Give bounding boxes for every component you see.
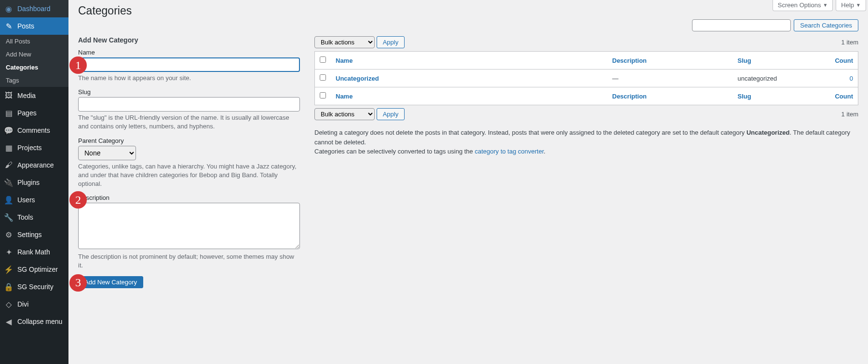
category-to-tag-converter-link[interactable]: category to tag converter [475,148,543,155]
bulk-actions-bottom: Bulk actions Apply [314,108,405,120]
sidebar-item-divi[interactable]: ◇ Divi [0,295,68,313]
callout-badge-1: 1 [69,56,87,74]
sidebar-label: Divi [17,300,28,308]
col-slug-top[interactable]: Slug [738,57,751,64]
sidebar-item-comments[interactable]: 💬 Comments [0,122,68,139]
sidebar-item-plugins[interactable]: 🔌 Plugins [0,174,68,191]
sidebar-item-collapse[interactable]: ◀ Collapse menu [0,313,68,330]
search-input[interactable] [692,19,791,31]
rank-math-icon: ✦ [4,247,14,257]
add-category-form: Add New Category 1 Name The name is how … [78,36,300,288]
sidebar-item-tools[interactable]: 🔧 Tools [0,209,68,226]
appearance-icon: 🖌 [4,160,14,170]
sidebar-item-rank-math[interactable]: ✦ Rank Math [0,243,68,261]
plugins-icon: 🔌 [4,178,14,187]
collapse-icon: ◀ [4,317,14,326]
sidebar-item-projects[interactable]: ▦ Projects [0,139,68,156]
apply-button-bottom[interactable]: Apply [377,108,405,120]
submenu-tags[interactable]: Tags [0,74,68,87]
category-description-cell: — [608,70,733,87]
sg-optimizer-icon: ⚡ [4,265,14,274]
comments-icon: 💬 [4,126,14,135]
field-slug: Slug The "slug" is the URL-friendly vers… [78,88,300,131]
users-icon: 👤 [4,195,14,205]
name-input[interactable] [78,57,300,72]
col-description-bottom[interactable]: Description [612,93,647,100]
slug-label: Slug [78,88,300,96]
sidebar-label: Settings [17,231,42,238]
select-all-top[interactable] [320,56,326,63]
col-name-top[interactable]: Name [336,57,353,64]
posts-submenu: All Posts Add New Categories Tags [0,35,68,87]
col-name-bottom[interactable]: Name [336,93,353,100]
bulk-actions-select-bottom[interactable]: Bulk actions [314,108,375,120]
sidebar-label: Comments [17,126,50,134]
screen-meta-links: Screen Options ▼ Help ▼ [773,0,866,11]
col-slug-bottom[interactable]: Slug [738,93,751,100]
form-heading: Add New Category [78,36,300,44]
row-checkbox[interactable] [320,74,326,81]
sidebar-item-settings[interactable]: ⚙ Settings [0,226,68,243]
select-all-bottom[interactable] [320,92,326,98]
sidebar-item-users[interactable]: 👤 Users [0,191,68,209]
screen-options-label: Screen Options [778,1,821,9]
pin-icon: ✎ [4,21,14,31]
col-count-top[interactable]: Count [835,57,853,64]
col-description-top[interactable]: Description [612,57,647,64]
category-list-panel: Bulk actions Apply 1 item Name Descripti… [314,36,858,288]
callout-badge-3: 3 [69,274,87,292]
description-label: Description [78,194,300,201]
category-count-link[interactable]: 0 [850,75,853,82]
slug-input[interactable] [78,97,300,112]
screen-options-button[interactable]: Screen Options ▼ [773,0,833,11]
description-textarea[interactable] [78,203,300,249]
help-button[interactable]: Help ▼ [836,0,866,11]
description-help: The description is not prominent by defa… [78,252,300,270]
sidebar-item-appearance[interactable]: 🖌 Appearance [0,156,68,174]
note-default-cat: Uncategorized [746,129,790,136]
chevron-down-icon: ▼ [856,2,861,8]
submenu-categories[interactable]: Categories [0,61,68,74]
sidebar-label: Pages [17,109,37,117]
dashboard-icon: ◉ [4,4,14,14]
sidebar-item-sg-optimizer[interactable]: ⚡ SG Optimizer [0,261,68,278]
col-count-bottom[interactable]: Count [835,93,853,100]
submenu-add-new[interactable]: Add New [0,48,68,61]
note-text: Deleting a category does not delete the … [314,129,746,136]
parent-label: Parent Category [78,137,300,144]
categories-table: Name Description Slug Count Uncategorize… [314,51,858,105]
category-slug-cell: uncategorized [733,70,829,87]
sidebar-label: Collapse menu [17,318,62,325]
sidebar-label: Projects [17,144,42,152]
sidebar-item-dashboard[interactable]: ◉ Dashboard [0,0,68,17]
help-label: Help [841,1,854,9]
sidebar-label: Posts [17,22,34,30]
field-parent: Parent Category None Categories, unlike … [78,137,300,189]
sidebar-item-pages[interactable]: ▤ Pages [0,104,68,122]
bulk-actions-select-top[interactable]: Bulk actions [314,36,375,48]
delete-note: Deleting a category does not delete the … [314,128,858,156]
submenu-all-posts[interactable]: All Posts [0,35,68,48]
tablenav-top: Bulk actions Apply 1 item [314,36,858,48]
chevron-down-icon: ▼ [823,2,827,8]
parent-select[interactable]: None [78,146,136,160]
sidebar-label: Users [17,196,35,204]
bulk-actions-top: Bulk actions Apply [314,36,405,48]
add-new-category-button[interactable]: Add New Category [78,276,143,288]
sidebar-label: Plugins [17,179,40,186]
search-categories-button[interactable]: Search Categories [794,19,858,31]
projects-icon: ▦ [4,143,14,153]
page-icon: ▤ [4,108,14,118]
sidebar-item-posts[interactable]: ✎ Posts [0,17,68,35]
sidebar-label: Rank Math [17,248,50,256]
admin-sidebar: ◉ Dashboard ✎ Posts All Posts Add New Ca… [0,0,68,364]
category-name-link[interactable]: Uncategorized [336,75,379,82]
sidebar-item-sg-security[interactable]: 🔒 SG Security [0,278,68,295]
table-row: Uncategorized — uncategorized 0 [315,70,858,87]
field-description: 2 Description The description is not pro… [78,194,300,270]
slug-help: The "slug" is the URL-friendly version o… [78,113,300,131]
note-text: Categories can be selectively converted … [314,148,475,155]
settings-icon: ⚙ [4,230,14,239]
apply-button-top[interactable]: Apply [377,36,405,48]
sidebar-item-media[interactable]: 🖼 Media [0,87,68,104]
